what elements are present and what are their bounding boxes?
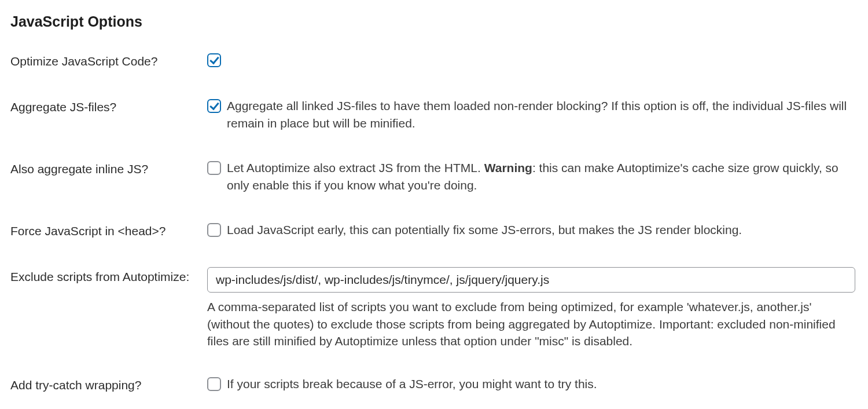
desc-inline-js: Let Autoptimize also extract JS from the… bbox=[227, 159, 858, 193]
desc-trycatch: If your scripts break because of a JS-er… bbox=[227, 375, 597, 392]
row-inline-js: Also aggregate inline JS? Let Autoptimiz… bbox=[10, 159, 858, 193]
checkbox-trycatch[interactable] bbox=[207, 377, 221, 391]
label-forcehead-js: Force JavaScript in <head>? bbox=[10, 221, 207, 239]
label-exclude-scripts: Exclude scripts from Autoptimize: bbox=[10, 267, 207, 285]
checkbox-inline-js[interactable] bbox=[207, 161, 221, 175]
inline-warning-label: Warning bbox=[484, 161, 532, 174]
row-exclude-scripts: Exclude scripts from Autoptimize: A comm… bbox=[10, 267, 858, 349]
label-optimize-js: Optimize JavaScript Code? bbox=[10, 52, 207, 70]
checkbox-forcehead-js[interactable] bbox=[207, 223, 221, 237]
input-exclude-scripts[interactable] bbox=[207, 267, 855, 293]
row-aggregate-js: Aggregate JS-files? Aggregate all linked… bbox=[10, 97, 858, 132]
row-forcehead-js: Force JavaScript in <head>? Load JavaScr… bbox=[10, 221, 858, 239]
section-title: JavaScript Options bbox=[10, 12, 858, 32]
checkbox-optimize-js[interactable] bbox=[207, 53, 221, 67]
label-trycatch: Add try-catch wrapping? bbox=[10, 375, 207, 393]
label-inline-js: Also aggregate inline JS? bbox=[10, 159, 207, 177]
row-trycatch: Add try-catch wrapping? If your scripts … bbox=[10, 375, 858, 393]
help-exclude-scripts: A comma-separated list of scripts you wa… bbox=[207, 298, 855, 349]
checkbox-aggregate-js[interactable] bbox=[207, 99, 221, 113]
row-optimize-js: Optimize JavaScript Code? bbox=[10, 52, 858, 70]
desc-forcehead-js: Load JavaScript early, this can potentia… bbox=[227, 221, 742, 238]
desc-aggregate-js: Aggregate all linked JS-files to have th… bbox=[227, 97, 858, 132]
inline-desc-pre: Let Autoptimize also extract JS from the… bbox=[227, 161, 484, 174]
label-aggregate-js: Aggregate JS-files? bbox=[10, 97, 207, 115]
